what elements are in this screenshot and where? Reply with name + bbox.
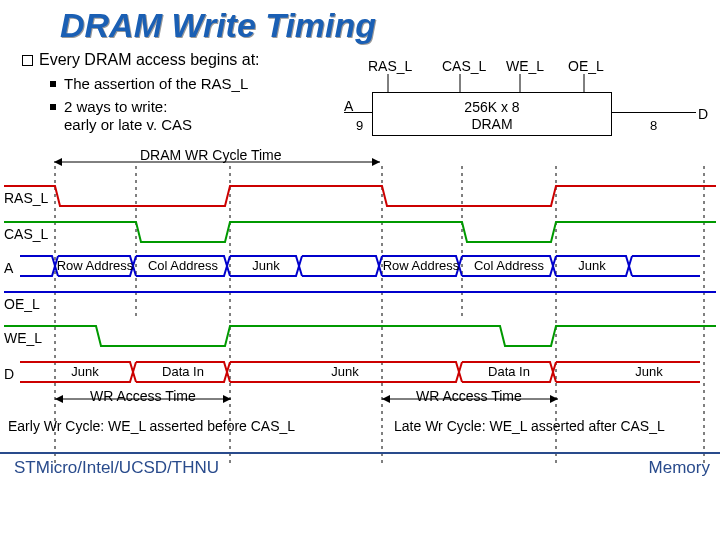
svg-marker-18 bbox=[382, 395, 390, 403]
cas-wave bbox=[0, 218, 720, 248]
sub1-text: The assertion of the RAS_L bbox=[64, 75, 248, 92]
slide-title: DRAM Write Timing bbox=[0, 0, 720, 49]
footer-left: STMicro/Intel/UCSD/THNU bbox=[14, 458, 219, 478]
bus-d-line bbox=[612, 112, 696, 113]
svg-marker-16 bbox=[223, 395, 231, 403]
seg-rowaddr-1: Row Address bbox=[56, 258, 134, 273]
sub2-line1: 2 ways to write: bbox=[64, 98, 167, 115]
caption-late: Late Wr Cycle: WE_L asserted after CAS_L bbox=[394, 418, 665, 434]
lead-rest: DRAM access begins at: bbox=[84, 51, 259, 68]
wr-access-2: WR Access Time bbox=[416, 388, 522, 404]
seg-datain-1: Data In bbox=[138, 364, 228, 379]
seg-coladdr-1: Col Address bbox=[138, 258, 228, 273]
caption-early: Early Wr Cycle: WE_L asserted before CAS… bbox=[8, 418, 295, 434]
bus-d-label: D bbox=[698, 106, 708, 122]
dram-block: 256K x 8 DRAM bbox=[372, 92, 612, 136]
bus-a-line bbox=[344, 112, 372, 113]
pin-lines bbox=[360, 56, 620, 92]
seg-junk-d2: Junk bbox=[300, 364, 390, 379]
svg-marker-6 bbox=[372, 158, 380, 166]
footer-right: Memory bbox=[649, 458, 710, 478]
dot-bullet-icon bbox=[50, 104, 56, 110]
wr-access-1: WR Access Time bbox=[90, 388, 196, 404]
we-wave bbox=[0, 322, 720, 352]
bus-d-width: 8 bbox=[650, 118, 657, 133]
seg-junk-2: Junk bbox=[562, 258, 622, 273]
svg-marker-15 bbox=[55, 395, 63, 403]
seg-coladdr-2: Col Address bbox=[464, 258, 554, 273]
footer: STMicro/Intel/UCSD/THNU Memory bbox=[0, 452, 720, 478]
dram-l2: DRAM bbox=[373, 116, 611, 133]
dot-bullet-icon bbox=[50, 81, 56, 87]
svg-marker-19 bbox=[550, 395, 558, 403]
lead-prefix: Every bbox=[39, 51, 84, 68]
seg-datain-2: Data In bbox=[464, 364, 554, 379]
ras-wave bbox=[0, 182, 720, 212]
seg-rowaddr-2: Row Address bbox=[382, 258, 460, 273]
dram-l1: 256K x 8 bbox=[373, 99, 611, 116]
seg-junk-d1: Junk bbox=[40, 364, 130, 379]
bus-a-width: 9 bbox=[356, 118, 363, 133]
square-bullet-icon bbox=[22, 55, 33, 66]
oe-wave bbox=[0, 288, 720, 318]
seg-junk-d3: Junk bbox=[604, 364, 694, 379]
seg-junk-1: Junk bbox=[236, 258, 296, 273]
cycle-label: DRAM WR Cycle Time bbox=[140, 147, 282, 163]
svg-marker-5 bbox=[54, 158, 62, 166]
